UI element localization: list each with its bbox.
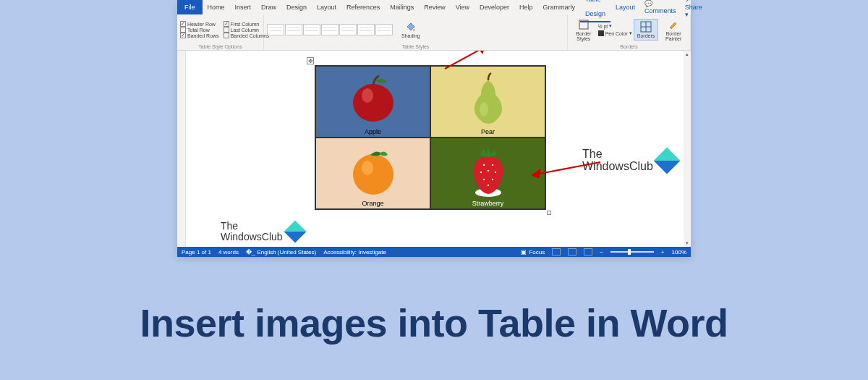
- status-accessibility[interactable]: Accessibility: Investigate: [323, 249, 386, 256]
- svg-point-13: [480, 171, 481, 172]
- checkbox-icon: ✓: [180, 21, 186, 27]
- paint-bucket-icon: [405, 21, 417, 33]
- svg-marker-22: [532, 169, 540, 178]
- zoom-out-button[interactable]: −: [600, 249, 603, 256]
- svg-point-7: [480, 102, 488, 117]
- table-style-thumb[interactable]: [375, 24, 393, 35]
- tab-review[interactable]: Review: [419, 0, 451, 14]
- pen-color-dropdown[interactable]: Pen Color ▾: [598, 30, 632, 36]
- zoom-in-button[interactable]: +: [661, 249, 665, 256]
- borders-label: Borders: [637, 33, 655, 38]
- borders-button[interactable]: Borders: [634, 19, 659, 41]
- view-read-mode[interactable]: [552, 248, 561, 256]
- tab-table-layout[interactable]: Layout: [610, 0, 640, 14]
- tab-draw[interactable]: Draw: [256, 0, 281, 14]
- svg-rect-1: [579, 20, 588, 29]
- status-words[interactable]: 4 words: [218, 249, 239, 256]
- check-first-column[interactable]: ✓First Column: [224, 21, 270, 27]
- watermark-text: The WindowsClub: [221, 221, 283, 242]
- document-area[interactable]: ▴ ▾ ✥ Apple: [177, 51, 691, 247]
- table-style-thumb[interactable]: [321, 24, 339, 35]
- ribbon-body: ✓Header Row Total Row ✓Banded Rows ✓Firs…: [177, 14, 691, 51]
- windowsclub-logo-icon: [284, 220, 306, 242]
- cell-apple[interactable]: Apple: [315, 66, 430, 138]
- cell-pear[interactable]: Pear: [430, 66, 545, 138]
- chevron-down-icon: ▾: [629, 30, 632, 36]
- zoom-level[interactable]: 100%: [672, 249, 686, 256]
- svg-point-15: [494, 171, 495, 172]
- svg-line-19: [445, 51, 485, 69]
- line-weight-label: ½ pt: [598, 24, 608, 29]
- svg-point-16: [482, 178, 484, 180]
- group-table-styles: Shading Table Styles: [264, 14, 568, 50]
- watermark-logo-left: The WindowsClub: [221, 221, 303, 242]
- border-styles-icon: [578, 19, 590, 30]
- checkbox-icon: ✓: [224, 21, 229, 27]
- apple-image: [344, 70, 402, 128]
- check-last-column[interactable]: Last Column: [224, 27, 270, 33]
- cell-orange[interactable]: Orange: [315, 138, 430, 209]
- tab-design[interactable]: Design: [281, 0, 312, 14]
- check-banded-columns[interactable]: Banded Columns: [224, 33, 270, 38]
- table-resize-handle[interactable]: [547, 211, 551, 215]
- svg-line-21: [532, 162, 600, 175]
- border-painter-button[interactable]: Border Painter: [660, 17, 687, 43]
- check-label: First Column: [231, 22, 260, 27]
- border-painter-label: Border Painter: [663, 31, 684, 41]
- annotation-arrow-to-strawberry: [524, 159, 604, 181]
- pear-image: [459, 70, 517, 128]
- zoom-slider-thumb[interactable]: [628, 249, 631, 255]
- file-tab[interactable]: File: [177, 0, 203, 14]
- tab-developer[interactable]: Developer: [475, 0, 514, 14]
- comment-icon: 💬: [644, 0, 652, 7]
- cell-label: Pear: [481, 128, 495, 135]
- fruit-table[interactable]: ✥ Apple: [315, 65, 546, 210]
- shading-label: Shading: [401, 33, 420, 38]
- tab-view[interactable]: View: [451, 0, 475, 14]
- table-style-thumb[interactable]: [357, 24, 375, 35]
- status-language[interactable]: �_English (United States): [246, 249, 316, 256]
- view-print-layout[interactable]: [568, 248, 576, 256]
- zoom-slider[interactable]: [610, 251, 654, 253]
- tab-grammarly[interactable]: Grammarly: [538, 0, 581, 14]
- status-page[interactable]: Page 1 of 1: [182, 249, 211, 256]
- checkbox-icon: [180, 27, 186, 33]
- group-label: Table Styles: [267, 43, 564, 49]
- table-style-thumb[interactable]: [285, 24, 302, 35]
- svg-point-12: [491, 164, 493, 165]
- table-styles-gallery[interactable]: [267, 24, 393, 35]
- windowsclub-logo-icon: [653, 147, 680, 174]
- view-web-layout[interactable]: [584, 248, 592, 256]
- scroll-up-icon[interactable]: ▴: [684, 51, 691, 58]
- svg-rect-0: [413, 29, 415, 31]
- tab-layout[interactable]: Layout: [312, 0, 341, 14]
- border-styles-button[interactable]: Border Styles: [571, 17, 597, 43]
- group-borders: Border Styles ½ pt ▾ Pen Color ▾ Borders…: [568, 14, 691, 50]
- tab-mailings[interactable]: Mailings: [385, 0, 419, 14]
- pen-color-swatch-icon: [598, 30, 604, 36]
- scroll-down-icon[interactable]: ▾: [684, 240, 691, 247]
- border-styles-label: Border Styles: [574, 31, 594, 41]
- table-move-handle[interactable]: ✥: [307, 57, 314, 64]
- tab-help[interactable]: Help: [514, 0, 538, 14]
- cell-label: Orange: [362, 200, 383, 207]
- status-focus[interactable]: ▣ Focus: [521, 249, 545, 256]
- tab-references[interactable]: References: [341, 0, 385, 14]
- tab-home[interactable]: Home: [203, 0, 230, 14]
- check-banded-rows[interactable]: ✓Banded Rows: [180, 33, 219, 38]
- svg-point-14: [487, 169, 488, 171]
- comments-button[interactable]: 💬 Comments: [640, 0, 681, 14]
- check-total-row[interactable]: Total Row: [180, 27, 219, 33]
- table-style-thumb[interactable]: [303, 24, 320, 35]
- line-weight-dropdown[interactable]: ½ pt ▾: [598, 23, 632, 29]
- table-style-thumb[interactable]: [339, 24, 357, 35]
- watermark-line1: The: [221, 221, 283, 232]
- table-style-thumb[interactable]: [267, 24, 284, 35]
- ribbon-tabs: File Home Insert Draw Design Layout Refe…: [177, 0, 691, 14]
- vertical-scrollbar[interactable]: ▴ ▾: [684, 51, 691, 247]
- shading-button[interactable]: Shading: [399, 20, 423, 40]
- svg-marker-20: [478, 51, 485, 54]
- check-header-row[interactable]: ✓Header Row: [180, 21, 219, 27]
- svg-point-17: [491, 178, 493, 180]
- tab-insert[interactable]: Insert: [230, 0, 257, 14]
